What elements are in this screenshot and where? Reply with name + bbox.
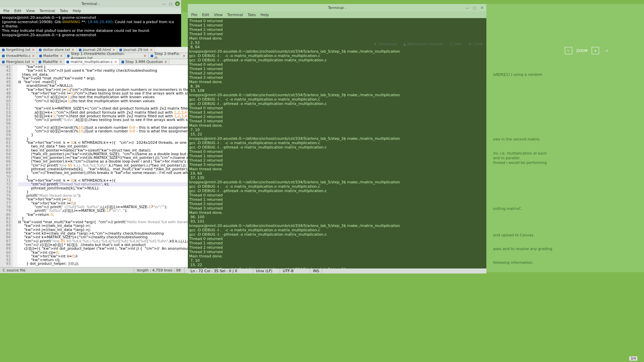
code-area[interactable]: 4142434445464748495051525354555657585960… (0, 65, 188, 267)
close-tab-icon[interactable]: × (183, 54, 185, 58)
status-length: length : 4,759 lines : 98 (134, 267, 184, 273)
terminal-content[interactable]: Thread 0 returned Thread 1 returned Thre… (188, 18, 486, 271)
menu-tabs[interactable]: Tabs (60, 9, 68, 13)
page-indicator: 3/4 (629, 356, 637, 361)
ghost-text: and in parallel (493, 156, 520, 160)
menu-terminal[interactable]: Terminal (227, 13, 243, 17)
menu-edit[interactable]: Edit (202, 13, 209, 17)
close-tab-icon[interactable]: × (112, 48, 115, 52)
source-text[interactable]: "kw">int j; "kw">int k;"cm">//I just use… (17, 65, 188, 267)
file-icon (79, 49, 82, 51)
file-icon (67, 55, 70, 57)
line-gutter: 4142434445464748495051525354555657585960… (0, 65, 13, 267)
menu-view[interactable]: View (214, 13, 223, 17)
file-icon (121, 61, 124, 63)
file-icon (66, 61, 69, 63)
close-tab-icon[interactable]: × (60, 54, 62, 58)
file-icon (151, 55, 153, 57)
close-tab-icon[interactable]: × (114, 60, 117, 64)
window-title: Terminal - (82, 2, 100, 6)
terminal-content[interactable]: knoppix@mint-20-asustek-0:~$ gnome-scree… (0, 14, 181, 47)
zoom-controls: − ZOOM + ⤢ (565, 47, 610, 54)
ghost-text: ases and to resolve any grading (493, 247, 552, 251)
editor-statusbar: C source file length : 4,759 lines : 98 (0, 267, 188, 273)
ghost-text: sulting matrixC (493, 206, 521, 211)
terminal-window-right: Terminal - — ▢ ✕ FileEditViewTerminalTab… (188, 4, 486, 270)
menu-terminal[interactable]: Terminal (40, 9, 55, 13)
menu-tabs[interactable]: Tabs (248, 13, 256, 17)
expand-icon[interactable]: ⤢ (603, 47, 610, 54)
close-tab-icon[interactable]: × (32, 54, 35, 58)
ghost-text: ixB[N][1] ) using a random (493, 72, 542, 77)
ghost-text: thread i would be performing (493, 161, 547, 165)
close-tab-icon[interactable]: × (150, 48, 153, 52)
minimize-icon[interactable]: — (465, 5, 470, 10)
terminal-window-left: Terminal - — ▢ ✕ FileEditViewTerminalTab… (0, 0, 181, 47)
status-eol: Unix (LF) (253, 268, 280, 274)
menu-view[interactable]: View (26, 9, 35, 13)
close-tab-icon[interactable]: × (71, 48, 74, 52)
zoom-out-button[interactable]: − (565, 47, 572, 54)
close-tab-icon[interactable]: × (144, 54, 146, 58)
tab-forgetting-txt[interactable]: forgetting.txt× (0, 47, 37, 53)
tab-step-2-thefix-q[interactable]: Step 2-theFix-Q× (149, 53, 188, 59)
fold-column[interactable] (13, 65, 17, 267)
tab-makefile[interactable]: Makefile× (37, 59, 64, 65)
ghost-text: and upload to Canvas. (493, 233, 535, 237)
status-encoding: UTF-8 (280, 268, 310, 274)
titlebar[interactable]: Terminal - — ▢ ✕ (188, 4, 486, 11)
close-tab-icon[interactable]: × (59, 60, 62, 64)
ghost-text: following information: (493, 260, 533, 265)
tab-matrix-multiplication-c[interactable]: matrix_multiplication.c× (64, 59, 119, 65)
zoom-label: ZOOM (576, 49, 588, 53)
file-icon (39, 49, 42, 51)
window-title: Terminal - (328, 6, 346, 10)
menu-help[interactable]: Help (261, 13, 269, 17)
status-mode: INS (310, 268, 322, 274)
menubar: FileEditViewTerminalTabsHelp (188, 11, 486, 18)
file-icon (2, 49, 5, 51)
zoom-in-button[interactable]: + (592, 47, 599, 54)
status-position: Ln : 72 Col : 35 Sel : 0 | 0 (188, 268, 253, 274)
editor-window: forgetting.txt×dollar-store.txt×journal-… (0, 47, 188, 273)
tab-row-2: threadHello.c×Makefile×Step 1-threadHell… (0, 53, 188, 59)
close-tab-icon[interactable]: × (164, 60, 167, 64)
file-icon (119, 49, 122, 51)
ghost-text: mi, i.e. multiplication of each (493, 151, 547, 156)
menu-edit[interactable]: Edit (14, 9, 21, 13)
tab-step-3-mm-question[interactable]: Step 3-MM-Question× (119, 59, 169, 65)
close-tab-icon[interactable]: × (32, 60, 34, 64)
close-icon[interactable]: ✕ (175, 1, 180, 6)
menu-help[interactable]: Help (73, 9, 81, 13)
editor-statusbar-extended: Ln : 72 Col : 35 Sel : 0 | 0 Unix (LF) U… (188, 268, 486, 274)
file-icon (2, 61, 5, 63)
menubar: FileEditViewTerminalTabsHelp (0, 7, 181, 14)
file-icon (39, 55, 42, 57)
titlebar[interactable]: Terminal - — ▢ ✕ (0, 0, 181, 7)
tab-threadhello-c[interactable]: threadHello.c× (0, 53, 37, 59)
document-ghost: − ZOOM + ⤢ ixB[N][1] ) using a randomows… (486, 4, 644, 272)
close-tab-icon[interactable]: × (32, 48, 35, 52)
tab-makefile[interactable]: Makefile× (37, 53, 65, 59)
file-icon (2, 55, 5, 57)
file-icon (39, 61, 41, 63)
status-filetype: C source file (0, 267, 134, 273)
tab-row-3: fiberglass.txt×Makefile×matrix_multiplic… (0, 59, 188, 65)
maximize-icon[interactable]: ▢ (168, 1, 173, 6)
close-icon[interactable]: ✕ (480, 5, 484, 10)
maximize-icon[interactable]: ▢ (472, 5, 477, 10)
tab-step-1-threadhello-question-answers-txt[interactable]: Step 1-threadHello-Question-Answers.txt× (65, 53, 149, 59)
ghost-text: ows in the second matrix. (493, 137, 541, 141)
minimize-icon[interactable]: — (162, 1, 166, 6)
menu-file[interactable]: File (191, 13, 197, 17)
menu-file[interactable]: File (3, 9, 9, 13)
tab-fiberglass-txt[interactable]: fiberglass.txt× (0, 59, 37, 65)
